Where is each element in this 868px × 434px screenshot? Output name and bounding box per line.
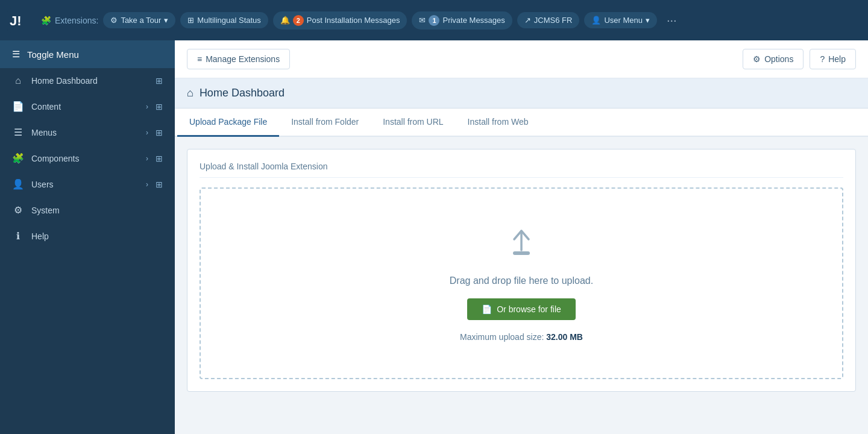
jcms-button[interactable]: ↗ JCMS6 FR xyxy=(517,12,580,28)
sidebar-item-help[interactable]: ℹ Help xyxy=(0,223,175,249)
dashboard-grid-icon: ⊞ xyxy=(156,76,163,86)
page-title: ⌂ Home Dashboard xyxy=(187,87,856,99)
users-grid-icon: ⊞ xyxy=(156,180,163,189)
chevron-right-icon: › xyxy=(146,180,148,189)
logo-area: J! xyxy=(7,8,31,33)
external-link-icon: ↗ xyxy=(524,16,531,25)
sidebar-item-users[interactable]: 👤 Users › ⊞ xyxy=(0,171,175,197)
multilingual-icon: ⊞ xyxy=(187,16,194,25)
sidebar-item-content[interactable]: 📄 Content › ⊞ xyxy=(0,93,175,119)
manage-extensions-button[interactable]: ≡ Manage Extensions xyxy=(187,49,290,69)
drag-drop-text: Drag and drop file here to upload. xyxy=(450,275,593,286)
gear-icon: ⚙ xyxy=(753,54,761,64)
menus-grid-icon: ⊞ xyxy=(156,128,163,137)
multilingual-status-button[interactable]: ⊞ Multilingual Status xyxy=(180,12,268,28)
chevron-right-icon: › xyxy=(146,154,148,163)
user-menu-button[interactable]: 👤 User Menu ▾ xyxy=(584,12,657,28)
mail-icon: ✉ xyxy=(419,16,426,25)
upload-icon xyxy=(503,225,539,263)
sidebar-item-home-dashboard[interactable]: ⌂ Home Dashboard ⊞ xyxy=(0,68,175,93)
home-header-icon: ⌂ xyxy=(187,87,193,99)
bell-icon: 🔔 xyxy=(280,16,290,25)
svg-rect-2 xyxy=(513,251,530,255)
options-button[interactable]: ⚙ Options xyxy=(743,49,804,69)
tab-install-from-folder[interactable]: Install from Folder xyxy=(279,108,371,137)
chevron-down-icon: ▾ xyxy=(164,16,168,25)
joomla-logo-icon: J! xyxy=(7,8,31,33)
upload-panel: Upload & Install Joomla Extension Drag a… xyxy=(187,149,856,392)
tabs-bar: Upload Package File Install from Folder … xyxy=(175,108,868,137)
drop-zone[interactable]: Drag and drop file here to upload. 📄 Or … xyxy=(200,187,843,379)
content-grid-icon: ⊞ xyxy=(156,102,163,112)
help-icon: ℹ xyxy=(12,230,24,242)
chevron-right-icon: › xyxy=(146,102,148,111)
chevron-down-icon: ▾ xyxy=(646,16,650,25)
system-icon: ⚙ xyxy=(12,204,24,216)
toolbar-left: ≡ Manage Extensions xyxy=(187,49,290,69)
chevron-right-icon: › xyxy=(146,128,148,137)
list-icon: ≡ xyxy=(197,54,202,64)
menu-icon: ☰ xyxy=(12,49,20,60)
menus-icon: ☰ xyxy=(12,127,24,138)
components-icon: 🧩 xyxy=(12,153,24,164)
puzzle-icon: 🧩 xyxy=(41,16,51,25)
sidebar-item-menus[interactable]: ☰ Menus › ⊞ xyxy=(0,119,175,145)
post-install-messages-button[interactable]: 🔔 2 Post Installation Messages xyxy=(273,11,407,30)
home-icon: ⌂ xyxy=(12,75,24,86)
toggle-menu-button[interactable]: ☰ Toggle Menu xyxy=(0,40,175,68)
content-icon: 📄 xyxy=(12,101,24,112)
private-messages-badge: 1 xyxy=(429,15,439,26)
users-icon: 👤 xyxy=(12,178,24,190)
extensions-label: 🧩 Extensions: xyxy=(41,16,98,25)
main-layout: ☰ Toggle Menu ⌂ Home Dashboard ⊞ 📄 Conte… xyxy=(0,40,868,434)
svg-text:J!: J! xyxy=(10,13,22,28)
top-navigation: J! 🧩 Extensions: ⚙ Take a Tour ▾ ⊞ Multi… xyxy=(0,0,868,40)
tab-upload-package-file[interactable]: Upload Package File xyxy=(177,108,279,137)
tour-icon: ⚙ xyxy=(110,16,118,25)
page-header: ⌂ Home Dashboard xyxy=(175,78,868,108)
sidebar: ☰ Toggle Menu ⌂ Home Dashboard ⊞ 📄 Conte… xyxy=(0,40,175,434)
browse-for-file-button[interactable]: 📄 Or browse for file xyxy=(467,298,576,320)
upload-panel-title: Upload & Install Joomla Extension xyxy=(200,162,843,178)
private-messages-button[interactable]: ✉ 1 Private Messages xyxy=(412,11,512,30)
content-area: ≡ Manage Extensions ⚙ Options ? Help ⌂ H… xyxy=(175,40,868,434)
sidebar-item-system[interactable]: ⚙ System xyxy=(0,197,175,223)
question-icon: ? xyxy=(820,54,825,64)
file-upload-icon: 📄 xyxy=(482,304,492,314)
max-upload-size-text: Maximum upload size: 32.00 MB xyxy=(460,332,583,342)
components-grid-icon: ⊞ xyxy=(156,154,163,163)
help-button[interactable]: ? Help xyxy=(810,49,856,69)
post-install-badge: 2 xyxy=(293,15,304,26)
take-tour-button[interactable]: ⚙ Take a Tour ▾ xyxy=(103,12,175,28)
tab-install-from-url[interactable]: Install from URL xyxy=(371,108,455,137)
toolbar-right: ⚙ Options ? Help xyxy=(743,49,856,69)
sidebar-item-components[interactable]: 🧩 Components › ⊞ xyxy=(0,145,175,171)
more-options-button[interactable]: ··· xyxy=(662,11,682,30)
toolbar: ≡ Manage Extensions ⚙ Options ? Help xyxy=(175,40,868,78)
tab-install-from-web[interactable]: Install from Web xyxy=(456,108,541,137)
user-icon: 👤 xyxy=(591,16,601,25)
